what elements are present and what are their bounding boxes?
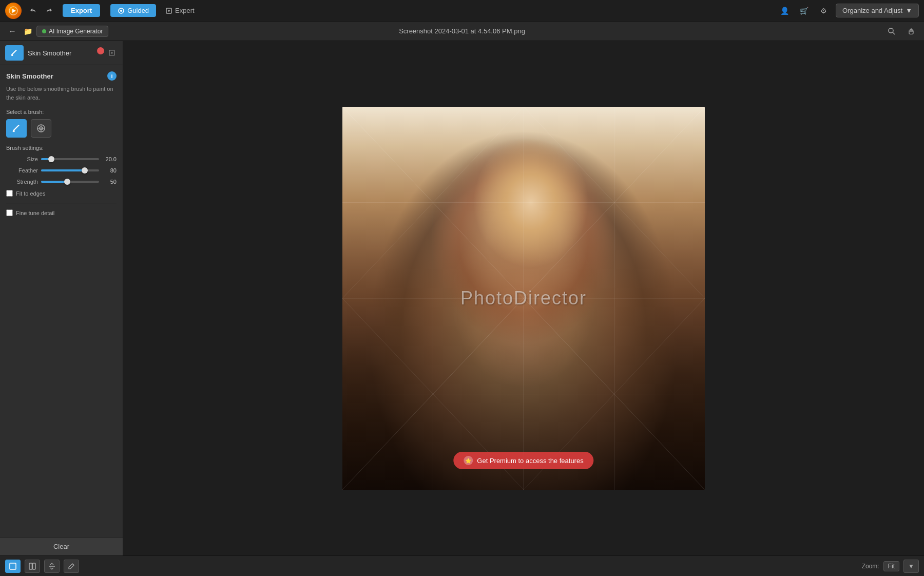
organize-button[interactable]: Organize and Adjust ▼ <box>836 4 919 17</box>
view-single-button[interactable] <box>5 560 21 573</box>
pin-panel-button[interactable] <box>106 47 118 59</box>
premium-banner[interactable]: ⭐ Get Premium to access the features <box>453 452 593 469</box>
photo-overlay <box>342 107 705 490</box>
svg-marker-1 <box>12 9 16 13</box>
feather-slider[interactable] <box>41 169 99 171</box>
brush-options <box>6 119 117 138</box>
feather-slider-thumb[interactable] <box>82 167 88 174</box>
size-value: 20.0 <box>102 156 117 162</box>
clear-button[interactable]: Clear <box>0 537 123 555</box>
expert-tab[interactable]: Expert <box>158 4 202 17</box>
strength-slider-thumb[interactable] <box>64 179 70 185</box>
cart-icon-button[interactable]: 🛒 <box>797 4 811 18</box>
divider <box>6 203 117 203</box>
zoom-label: Zoom: <box>862 563 879 570</box>
premium-label: Get Premium to access the features <box>477 457 583 465</box>
main-layout: Skin Smoother Skin Smoother i Use the be… <box>0 41 924 555</box>
panel-title-row: Skin Smoother i <box>6 71 117 81</box>
strength-label: Strength <box>6 179 38 185</box>
undo-button[interactable] <box>26 4 40 18</box>
svg-point-7 <box>889 28 893 33</box>
svg-point-3 <box>120 10 122 12</box>
strength-slider-row: Strength 50 <box>6 179 117 185</box>
bottom-left <box>5 560 79 573</box>
svg-point-11 <box>13 130 15 132</box>
svg-line-32 <box>72 564 74 565</box>
fit-to-edges-checkbox[interactable] <box>6 190 13 197</box>
mode-tabs: Guided Expert <box>110 4 202 17</box>
strength-value: 50 <box>102 179 117 185</box>
feather-slider-fill <box>41 169 85 171</box>
feather-label: Feather <box>6 167 38 174</box>
size-label: Size <box>6 156 38 162</box>
photo-background: PhotoDirector <box>342 107 705 490</box>
fine-tune-checkbox[interactable] <box>6 209 13 216</box>
panel-header-actions <box>97 47 118 59</box>
view-split-button[interactable] <box>25 560 40 573</box>
fit-to-edges-label[interactable]: Fit to edges <box>16 190 45 197</box>
info-icon-button[interactable]: i <box>107 71 117 81</box>
svg-line-8 <box>893 32 895 34</box>
brush-settings-label: Brush settings: <box>6 145 117 151</box>
panel-description: Use the below smoothing brush to paint o… <box>6 85 117 102</box>
zoom-expand-button[interactable]: ▼ <box>903 560 919 573</box>
panel-tab-brush[interactable] <box>5 45 24 61</box>
panel-header-title: Skin Smoother <box>28 49 93 57</box>
panel-header: Skin Smoother <box>0 41 123 65</box>
brush-select-label: Select a brush: <box>6 109 117 115</box>
fine-tune-label[interactable]: Fine tune detail <box>16 210 54 216</box>
feather-value: 80 <box>102 167 117 174</box>
second-bar: ← 📁 AI Image Generator Screenshot 2024-0… <box>0 22 924 41</box>
canvas-area: PhotoDirector ⭐ Get Premium to access th… <box>123 41 924 555</box>
compare-button[interactable] <box>44 560 60 573</box>
svg-point-9 <box>12 54 13 56</box>
guided-tab[interactable]: Guided <box>110 4 156 17</box>
folder-icon: 📁 <box>24 27 32 35</box>
panel-title: Skin Smoother <box>6 72 53 80</box>
expand-icon: ▼ <box>906 7 912 14</box>
second-bar-right <box>884 24 919 39</box>
app-logo <box>5 3 22 19</box>
ai-image-generator-button[interactable]: AI Image Generator <box>36 26 108 37</box>
svg-rect-29 <box>29 563 32 569</box>
size-slider-row: Size 20.0 <box>6 156 117 162</box>
nav-back-button[interactable]: ← <box>5 24 20 39</box>
top-bar-actions <box>26 4 56 18</box>
redo-button[interactable] <box>42 4 56 18</box>
size-slider[interactable] <box>41 158 99 160</box>
back-icon: ← <box>8 27 16 36</box>
brush-erase-button[interactable] <box>31 119 51 138</box>
strength-slider-fill <box>41 181 67 183</box>
file-title: Screenshot 2024-03-01 at 4.54.06 PM.png <box>399 27 525 35</box>
size-slider-thumb[interactable] <box>48 156 54 162</box>
search-button[interactable] <box>884 24 899 39</box>
zoom-value[interactable]: Fit <box>883 561 899 571</box>
user-icon-button[interactable]: 👤 <box>777 4 792 18</box>
photo-container: PhotoDirector ⭐ Get Premium to access th… <box>342 107 705 490</box>
fit-to-edges-row: Fit to edges <box>6 190 117 197</box>
hand-tool-button[interactable] <box>903 24 919 39</box>
fine-tune-row: Fine tune detail <box>6 209 117 216</box>
left-panel: Skin Smoother Skin Smoother i Use the be… <box>0 41 123 555</box>
top-bar: Export Guided Expert 👤 🛒 ⚙ Organize and … <box>0 0 924 22</box>
close-panel-button[interactable] <box>97 47 104 54</box>
panel-content: Skin Smoother i Use the below smoothing … <box>0 65 123 537</box>
edit-button[interactable] <box>64 560 79 573</box>
ai-badge-dot <box>42 29 46 33</box>
svg-rect-30 <box>33 563 36 569</box>
bottom-right: Zoom: Fit ▼ <box>862 560 919 573</box>
premium-icon: ⭐ <box>464 456 473 465</box>
brush-paint-button[interactable] <box>6 119 27 138</box>
bottom-bar: Zoom: Fit ▼ <box>0 555 924 576</box>
strength-slider[interactable] <box>41 181 99 183</box>
top-bar-right: 👤 🛒 ⚙ Organize and Adjust ▼ <box>777 4 919 18</box>
settings-icon-button[interactable]: ⚙ <box>816 4 831 18</box>
svg-rect-28 <box>10 563 16 569</box>
feather-slider-row: Feather 80 <box>6 167 117 174</box>
export-button[interactable]: Export <box>63 4 100 17</box>
